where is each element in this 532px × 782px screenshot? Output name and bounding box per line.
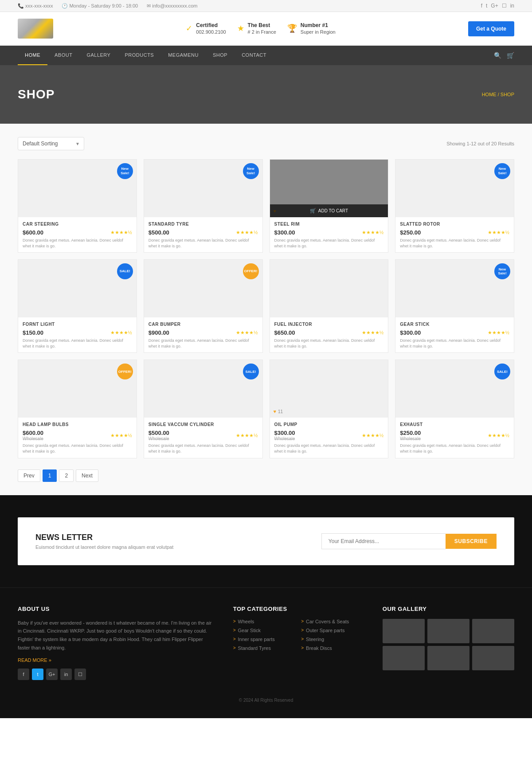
product-description: Donec gravida eget metus. Aenean lacinia…: [274, 238, 384, 249]
facebook-icon[interactable]: f: [481, 3, 482, 9]
category-gearstick-link[interactable]: Gear Stick: [233, 628, 297, 633]
gallery-thumb[interactable]: [472, 646, 514, 670]
product-card: New Sale! CAR STEERING $600.00 ★★★★½ Don…: [18, 159, 137, 253]
product-info: FUEL INJECTOR $650.00 ★★★★½ Donec gravid…: [270, 317, 388, 352]
list-item: Car Covers & Seats: [301, 619, 365, 624]
product-stars: ★★★★½: [488, 330, 509, 336]
cart-small-icon: 🛒: [310, 208, 316, 214]
newsletter-section: NEWS LETTER Euismod tincidunt ut laoreet…: [0, 495, 532, 587]
product-price-row: $300.00 ★★★★½: [274, 229, 384, 236]
gallery-thumb[interactable]: [472, 619, 514, 643]
footer-twitter-icon[interactable]: t: [32, 669, 43, 680]
product-card: New Sale! SLATTED ROTOR $250.00 ★★★★½ Do…: [395, 159, 514, 253]
newsletter-title: NEWS LETTER: [35, 533, 173, 542]
certified-icon: ✓: [186, 23, 192, 33]
nav-shop[interactable]: SHOP: [206, 46, 235, 65]
email-info: ✉ info@xxxxxxxxx.com: [147, 3, 197, 9]
footer-linkedin-icon[interactable]: in: [60, 669, 72, 680]
product-info: CAR STEERING $600.00 ★★★★½ Donec gravida…: [18, 217, 137, 252]
linkedin-icon[interactable]: in: [510, 3, 514, 9]
product-name: SINGLE VACCUM CYLINDER: [149, 422, 258, 427]
next-page-button[interactable]: Next: [76, 469, 98, 482]
category-innerspare-link[interactable]: Inner spare parts: [233, 637, 297, 642]
logo-image: [18, 19, 53, 39]
newsletter-subtitle: Euismod tincidunt ut laoreet dolore magn…: [35, 544, 173, 550]
product-description: Donec gravida eget metus. Aenean lacinia…: [400, 443, 509, 454]
product-stars: ★★★★½: [236, 433, 258, 438]
gallery-thumb[interactable]: [427, 646, 469, 670]
number1-label: Number #1: [301, 22, 336, 29]
prev-page-button[interactable]: Prev: [18, 469, 40, 482]
best-icon: ★: [237, 23, 244, 33]
breadcrumb-home[interactable]: HOME: [482, 92, 497, 97]
list-item: Standard Tyres: [233, 645, 297, 651]
cart-icon[interactable]: 🛒: [507, 52, 514, 59]
product-badge: New Sale!: [117, 163, 133, 179]
googleplus-icon[interactable]: G+: [491, 3, 498, 9]
footer-gplus-icon[interactable]: G+: [46, 669, 58, 680]
add-to-cart-button[interactable]: 🛒 ADD TO CART: [270, 204, 388, 217]
get-quote-button[interactable]: Get a Quote: [468, 21, 514, 36]
gallery-thumb[interactable]: [383, 646, 425, 670]
product-name: FUEL INJECTOR: [274, 322, 384, 327]
search-icon[interactable]: 🔍: [494, 52, 501, 59]
newsletter-email-input[interactable]: [321, 533, 446, 549]
gallery-thumb[interactable]: [383, 619, 425, 643]
twitter-icon[interactable]: t: [486, 3, 487, 9]
footer-gallery-col: OUR GALLERY: [383, 606, 514, 680]
nav-megamenu[interactable]: MEGAMENU: [161, 46, 206, 65]
product-stars: ★★★★½: [362, 230, 383, 235]
product-badge: SALE!: [243, 364, 259, 379]
category-outerspare-link[interactable]: Outer Spare parts: [301, 628, 365, 633]
footer-facebook-icon[interactable]: f: [18, 669, 29, 680]
instagram-icon[interactable]: ☐: [502, 3, 507, 9]
gallery-thumb[interactable]: [427, 619, 469, 643]
product-stars: ★★★★½: [236, 330, 258, 336]
category-carcovers-link[interactable]: Car Covers & Seats: [301, 619, 365, 624]
product-name: OIL PUMP: [274, 422, 384, 427]
product-badge: OFFER!: [243, 263, 259, 279]
category-steering-link[interactable]: Steering: [301, 637, 365, 642]
category-standardtyres-link[interactable]: Standard Tyres: [233, 645, 297, 651]
page-1-button[interactable]: 1: [43, 469, 57, 482]
number1-sub: Super in Region: [301, 29, 336, 35]
nav-about[interactable]: ABOUT: [47, 46, 79, 65]
certified-label: Certified: [196, 22, 226, 29]
results-count: Showing 1-12 out of 20 Results: [446, 141, 514, 146]
category-breakdiscs-link[interactable]: Break Discs: [301, 645, 365, 651]
product-image: New Sale!: [18, 160, 137, 217]
product-card: ♥11 OIL PUMP $300.00 Wholesale ★★★★½ Don…: [270, 360, 389, 458]
product-description: Donec gravida eget metus. Aenean lacinia…: [400, 338, 509, 349]
category-wheels-link[interactable]: Wheels: [233, 619, 297, 624]
logo[interactable]: [18, 19, 53, 39]
footer-about-col: ABOUT US Baby if you've ever wondered - …: [18, 606, 215, 680]
product-name: STANDARD TYRE: [149, 222, 258, 227]
product-card: SALE! SINGLE VACCUM CYLINDER $500.00 Who…: [144, 360, 263, 458]
page-2-button[interactable]: 2: [59, 469, 74, 482]
product-image: New Sale!: [395, 160, 514, 217]
read-more-link[interactable]: READ MORE »: [18, 657, 51, 663]
product-price-row: $600.00 Wholesale ★★★★½: [23, 430, 132, 441]
product-stars: ★★★★½: [236, 230, 258, 235]
footer-grid: ABOUT US Baby if you've ever wondered - …: [18, 606, 514, 694]
nav-contact[interactable]: CONTACT: [235, 46, 274, 65]
product-card: SALE! EXHAUST $250.00 Wholesale ★★★★½ Do…: [395, 360, 514, 458]
footer-other-icon[interactable]: ☐: [74, 669, 86, 680]
product-price-row: $250.00 Wholesale ★★★★½: [400, 430, 509, 441]
product-price: $300.00: [274, 229, 295, 236]
best-label: The Best: [248, 22, 276, 29]
product-description: Donec gravida eget metus. Aenean lacinia…: [23, 338, 132, 349]
product-name: EXHAUST: [400, 422, 509, 427]
product-wishlist[interactable]: ♥11: [274, 409, 283, 414]
nav-products[interactable]: PRODUCTS: [117, 46, 161, 65]
product-price: $500.00: [149, 229, 169, 236]
subscribe-button[interactable]: SUBSCRIBE: [446, 534, 497, 549]
sort-select[interactable]: Default Sorting Price: Low to High Price…: [18, 137, 84, 150]
nav-gallery[interactable]: GALLERY: [79, 46, 117, 65]
product-name: SLATTED ROTOR: [400, 222, 509, 227]
product-description: Donec gravida eget metus. Aenean lacinia…: [274, 338, 384, 349]
product-name: HEAD LAMP BULBS: [23, 422, 132, 427]
product-info: HEAD LAMP BULBS $600.00 Wholesale ★★★★½ …: [18, 418, 137, 457]
sort-wrapper: Default Sorting Price: Low to High Price…: [18, 137, 84, 150]
nav-home[interactable]: HOME: [18, 46, 47, 65]
